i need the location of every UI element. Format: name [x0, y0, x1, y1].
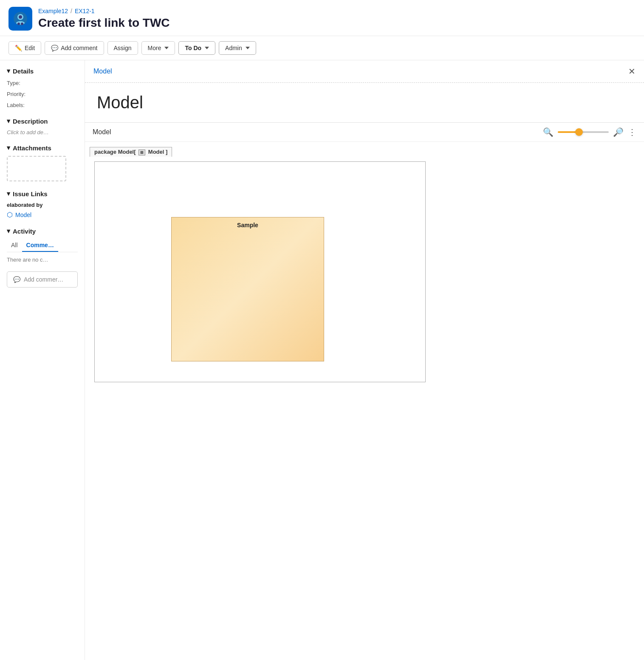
main-layout: ▾ Details Type: Priority: Labels: ▾ Desc…: [0, 60, 644, 660]
header-text-block: Example12 / EX12-1 Create first link to …: [38, 8, 170, 30]
attachments-chevron-icon: ▾: [7, 144, 10, 152]
svg-point-2: [19, 15, 22, 19]
todo-chevron-icon: [205, 47, 209, 49]
model-panel-header: Model ✕: [85, 60, 644, 83]
description-placeholder[interactable]: Click to add de…: [7, 129, 78, 135]
breadcrumb-issue[interactable]: EX12-1: [75, 8, 95, 14]
attachments-drop-zone[interactable]: [7, 156, 66, 181]
zoom-slider[interactable]: [558, 131, 609, 133]
tab-comments[interactable]: Comme…: [22, 239, 58, 252]
no-comments-text: There are no c…: [7, 257, 78, 263]
edit-button[interactable]: ✏️ Edit: [8, 41, 41, 55]
sidebar-attachments-header[interactable]: ▾ Attachments: [7, 144, 78, 152]
uml-package-container: package Model[ ⊞ Model ] Sample: [90, 157, 430, 388]
sample-box: Sample: [171, 217, 324, 361]
zoom-slider-wrapper: [558, 131, 609, 133]
model-viewer: Model 🔍 🔎 ⋮ package Model[ ⊞: [85, 122, 644, 660]
sidebar-description-section: ▾ Description Click to add de…: [7, 117, 78, 135]
uml-package-tab: package Model[ ⊞ Model ]: [90, 147, 172, 157]
add-comment-bar[interactable]: 💬 Add commer…: [7, 271, 78, 288]
page-header: Example12 / EX12-1 Create first link to …: [0, 0, 644, 36]
uml-package: Sample: [94, 161, 426, 382]
model-cube-icon: ⬡: [7, 211, 13, 219]
breadcrumb-separator: /: [71, 8, 72, 14]
more-button[interactable]: More: [141, 41, 175, 55]
elaborated-by-label: elaborated by: [7, 202, 78, 208]
tab-all[interactable]: All: [7, 239, 22, 252]
add-comment-bar-icon: 💬: [13, 276, 20, 283]
svg-point-5: [21, 23, 23, 25]
assign-button[interactable]: Assign: [107, 41, 138, 55]
sidebar-type-field: Type:: [7, 79, 78, 87]
zoom-out-icon[interactable]: 🔍: [543, 127, 554, 137]
sidebar: ▾ Details Type: Priority: Labels: ▾ Desc…: [0, 60, 85, 660]
page-title: Create first link to TWC: [38, 16, 170, 30]
uml-canvas-area: package Model[ ⊞ Model ] Sample: [90, 147, 421, 385]
model-panel-title: Model: [93, 68, 112, 75]
todo-button[interactable]: To Do: [178, 41, 215, 55]
comment-icon: 💬: [51, 45, 58, 51]
sidebar-details-section: ▾ Details Type: Priority: Labels:: [7, 67, 78, 109]
model-viewer-title: Model: [93, 128, 539, 136]
sidebar-activity-header[interactable]: ▾ Activity: [7, 227, 78, 235]
sidebar-priority-field: Priority:: [7, 90, 78, 98]
activity-tabs: All Comme…: [7, 239, 78, 252]
breadcrumb: Example12 / EX12-1: [38, 8, 170, 14]
sidebar-activity-section: ▾ Activity All Comme… There are no c…: [7, 227, 78, 263]
description-chevron-icon: ▾: [7, 117, 10, 125]
viewer-more-icon[interactable]: ⋮: [628, 127, 636, 137]
model-link[interactable]: Model: [15, 212, 31, 218]
sidebar-attachments-section: ▾ Attachments: [7, 144, 78, 181]
svg-point-4: [17, 23, 20, 25]
model-canvas[interactable]: package Model[ ⊞ Model ] Sample: [85, 142, 644, 660]
issue-link-model: ⬡ Model: [7, 211, 78, 219]
zoom-in-icon[interactable]: 🔎: [613, 127, 624, 137]
sample-label: Sample: [237, 217, 258, 228]
edit-icon: ✏️: [15, 45, 22, 51]
sidebar-details-header[interactable]: ▾ Details: [7, 67, 78, 75]
model-viewer-toolbar: Model 🔍 🔎 ⋮: [85, 123, 644, 142]
model-heading: Model: [85, 83, 644, 122]
package-tab-icon: ⊞: [138, 149, 145, 155]
sidebar-labels-field: Labels:: [7, 101, 78, 109]
add-comment-button[interactable]: 💬 Add comment: [45, 41, 104, 55]
more-chevron-icon: [164, 47, 169, 49]
svg-point-3: [16, 21, 25, 25]
project-logo: [8, 7, 32, 31]
activity-chevron-icon: ▾: [7, 227, 10, 235]
toolbar: ✏️ Edit 💬 Add comment Assign More To Do …: [0, 36, 644, 60]
breadcrumb-project[interactable]: Example12: [38, 8, 68, 14]
sidebar-description-header[interactable]: ▾ Description: [7, 117, 78, 125]
issue-links-chevron-icon: ▾: [7, 190, 10, 197]
details-chevron-icon: ▾: [7, 67, 10, 75]
admin-chevron-icon: [246, 47, 250, 49]
admin-button[interactable]: Admin: [219, 41, 256, 55]
sidebar-issue-links-header[interactable]: ▾ Issue Links: [7, 190, 78, 197]
sidebar-issue-links-section: ▾ Issue Links elaborated by ⬡ Model: [7, 190, 78, 219]
model-panel: Model ✕ Model Model 🔍 🔎 ⋮: [85, 60, 644, 660]
close-icon[interactable]: ✕: [628, 66, 636, 76]
